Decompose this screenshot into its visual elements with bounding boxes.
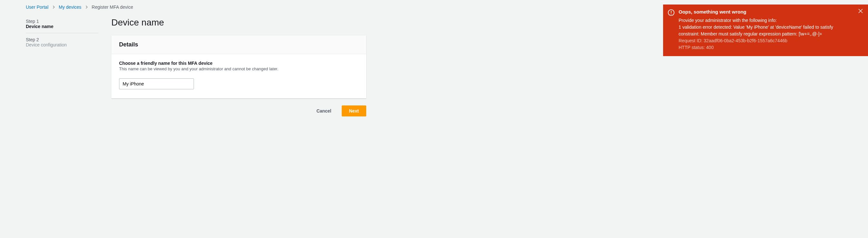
cancel-button[interactable]: Cancel [309,105,339,116]
next-button[interactable]: Next [342,105,366,116]
toast-line: Provide your administrator with the foll… [679,17,855,24]
wizard-steps: Step 1 Device name Step 2 Device configu… [26,18,98,116]
action-row: Cancel Next [111,105,366,116]
error-icon [668,9,675,16]
details-panel: Details Choose a friendly name for this … [111,35,366,98]
device-name-input[interactable] [119,78,194,89]
breadcrumb-current: Register MFA device [92,4,133,10]
toast-title: Oops, something went wrong [679,8,855,16]
panel-title: Details [119,41,359,48]
toast-error-detail: 1 validation error detected: Value 'My i… [679,24,855,37]
breadcrumb-my-devices[interactable]: My devices [59,4,81,10]
svg-point-2 [671,13,672,14]
main-content: Device name Details Choose a friendly na… [111,18,366,116]
chevron-right-icon [52,4,55,10]
panel-header: Details [111,35,366,54]
close-icon[interactable] [858,8,864,13]
field-help: This name can be viewed by you and your … [119,66,359,71]
panel-body: Choose a friendly name for this MFA devi… [111,54,366,98]
page-title: Device name [111,18,366,28]
step-label: Device configuration [26,42,98,47]
field-label: Choose a friendly name for this MFA devi… [119,61,359,66]
toast-request-id: Request ID: 32aadf06-0ba2-453b-b2f6-1557… [679,37,855,44]
error-toast: Oops, something went wrong Provide your … [663,4,868,56]
step-1: Step 1 Device name [26,18,98,33]
breadcrumb-user-portal[interactable]: User Portal [26,4,49,10]
step-number: Step 1 [26,19,98,24]
step-number: Step 2 [26,37,98,42]
toast-content: Oops, something went wrong Provide your … [679,8,855,51]
step-label: Device name [26,24,98,29]
chevron-right-icon [85,4,88,10]
toast-http-status: HTTP status: 400 [679,44,855,51]
step-2: Step 2 Device configuration [26,33,98,51]
